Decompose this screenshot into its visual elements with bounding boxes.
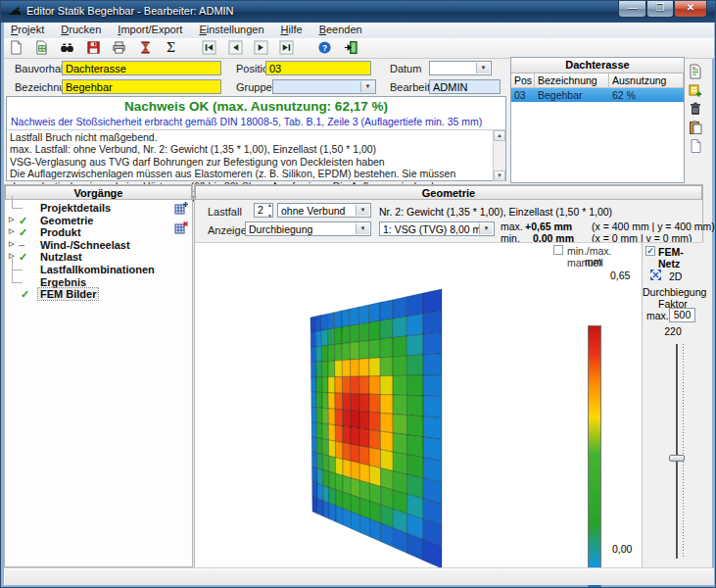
tree-item-geometrie[interactable]: ▷ ✓ Geometrie <box>5 215 192 227</box>
nav-next-button[interactable] <box>252 39 271 57</box>
gruppe-label: Gruppe <box>236 81 272 93</box>
help-icon: ? <box>317 40 332 55</box>
chevron-down-icon[interactable]: ▼ <box>360 81 374 92</box>
menu-item-import-export[interactable]: Import/Export <box>111 23 189 35</box>
datum-dropdown[interactable]: ▼ <box>429 61 492 75</box>
verbund-dropdown[interactable]: ohne Verbund▼ <box>277 203 371 218</box>
tree-item-fem-bilder[interactable]: ✓ FEM Bilder <box>5 288 192 301</box>
title-bar[interactable]: Editor Statik Begehbar - Bearbeiter: ADM… <box>1 1 716 23</box>
fem-deflection-plot <box>195 243 642 567</box>
position-field[interactable]: 03 <box>265 61 371 75</box>
expand-arrow-icon[interactable]: ▷ <box>9 240 14 248</box>
result-scrollbar[interactable]: ▲ ▼ <box>493 130 505 181</box>
expand-2d-icon[interactable] <box>649 269 662 281</box>
scale-unit-label: mm <box>585 256 602 268</box>
result-box: Nachweis OK (max. Ausnutzung: 62,17 %) N… <box>6 96 506 181</box>
bauvorhaben-field[interactable]: Dachterasse <box>62 61 221 75</box>
nav-previous-button[interactable] <box>225 39 245 57</box>
factor-max-input[interactable]: 500 <box>669 308 695 322</box>
add-row-icon[interactable] <box>174 201 189 216</box>
chevron-down-icon[interactable]: ▼ <box>356 205 369 216</box>
chevron-down-icon[interactable]: ▼ <box>479 223 493 234</box>
nav-previous-icon <box>228 40 243 55</box>
report-button[interactable] <box>31 39 51 57</box>
search-button[interactable] <box>58 39 77 57</box>
expand-arrow-icon[interactable]: ▷ <box>9 216 14 223</box>
new-document-icon <box>9 40 24 55</box>
nav-first-icon <box>202 40 216 55</box>
tree-item-produkt[interactable]: ▷ ✓ Produkt <box>5 226 192 239</box>
tree-item-wind-schneelast[interactable]: ▷ – Wind-/Schneelast <box>5 239 192 252</box>
menu-item-hilfe[interactable]: Hilfe <box>274 23 310 35</box>
check-icon: ✓ <box>21 288 29 301</box>
fem-netz-checkbox[interactable]: ✓ <box>645 246 655 256</box>
tree-item-lastfallkombinationen[interactable]: Lastfallkombinationen <box>5 264 192 276</box>
anzeige-label: Anzeige <box>208 224 247 236</box>
scale-min-label: 0,00 <box>612 543 632 555</box>
exit-button[interactable] <box>341 39 360 57</box>
chevron-down-icon[interactable]: ▼ <box>356 223 369 234</box>
maximize-button[interactable]: ❐ <box>646 1 674 18</box>
column-header-bezeichnung[interactable]: Bezeichnung <box>535 74 609 87</box>
result-line: Lastfall Bruch nicht maßgebend. <box>10 131 491 143</box>
help-button[interactable]: ? <box>315 39 335 57</box>
lastfall-spinner[interactable]: 2 ▲ ▼ <box>254 203 273 218</box>
result-line: max. Lastfall: ohne Verbund, Nr. 2: Gewi… <box>10 143 491 155</box>
add-position-icon[interactable] <box>688 82 703 98</box>
minmax-manuell-checkbox[interactable] <box>553 245 563 255</box>
nav-next-icon <box>254 40 268 55</box>
factor-slider-handle[interactable] <box>669 455 685 462</box>
report-position-icon[interactable] <box>688 64 703 79</box>
new-document-button[interactable] <box>6 39 25 57</box>
chevron-down-icon[interactable]: ▼ <box>476 63 490 74</box>
scroll-down-icon[interactable]: ▼ <box>494 171 505 181</box>
delete-position-icon[interactable] <box>688 101 703 117</box>
column-header-pos[interactable]: Pos <box>511 74 535 87</box>
minimize-button[interactable]: — <box>618 1 646 18</box>
positions-table-header: Pos Bezeichnung Ausnutzung <box>511 74 684 88</box>
tree-item-ergebnis[interactable]: Ergebnis <box>5 276 192 289</box>
table-row[interactable]: 03 Begehbar 62 % <box>511 88 684 102</box>
menu-item-beenden[interactable]: Beenden <box>312 23 369 35</box>
sum-button[interactable]: Σ <box>162 39 181 57</box>
print-button[interactable] <box>110 39 129 57</box>
gruppe-dropdown[interactable]: ▼ <box>272 79 376 94</box>
tree-connector <box>12 258 23 270</box>
close-button[interactable]: ✕ <box>674 1 707 18</box>
save-button[interactable] <box>83 39 103 57</box>
tree-item-projektdetails[interactable]: Projektdetails <box>5 202 192 215</box>
spinner-up-icon[interactable]: ▲ <box>267 202 272 208</box>
application-window: Editor Statik Begehbar - Bearbeiter: ADM… <box>0 0 716 588</box>
menu-item-projekt[interactable]: Projekt <box>4 23 51 35</box>
fem-netz-label: FEM-Netz <box>658 246 703 270</box>
sigma-icon: Σ <box>164 40 178 55</box>
status-bar <box>4 567 714 585</box>
bezeichnung-field[interactable]: Begehbar <box>62 79 221 94</box>
mode-2d-label[interactable]: 2D <box>669 270 682 282</box>
delete-button[interactable] <box>135 39 155 57</box>
scale-max-label: 0,65 <box>610 270 630 281</box>
paste-icon[interactable] <box>688 120 703 135</box>
svg-text:Σ: Σ <box>167 40 175 55</box>
result-line: VSG-Verglasung aus TVG darf Bohrungen zu… <box>10 156 491 168</box>
result-title: Nachweis OK (max. Ausnutzung: 62,17 %) <box>7 97 505 114</box>
factor-current-value: 220 <box>643 325 703 337</box>
tree-connector <box>12 196 23 209</box>
menu-item-einstellungen[interactable]: Einstellungen <box>192 23 270 35</box>
tree-item-nutzlast[interactable]: ▷ ✓ Nutzlast <box>5 251 192 264</box>
layer-dropdown[interactable]: 1: VSG (TVG) 8,00 mm▼ <box>379 221 495 236</box>
nav-first-button[interactable] <box>200 39 219 57</box>
expand-arrow-icon[interactable]: ▷ <box>9 227 14 235</box>
column-header-ausnutzung[interactable]: Ausnutzung <box>609 74 684 87</box>
spinner-down-icon[interactable]: ▼ <box>267 213 272 219</box>
result-text-area: Lastfall Bruch nicht maßgebend. max. Las… <box>7 129 505 181</box>
factor-slider-ticks <box>683 344 684 559</box>
check-icon: ✓ <box>19 226 27 239</box>
delete-row-icon[interactable] <box>174 220 189 235</box>
anzeige-dropdown[interactable]: Durchbiegung▼ <box>245 221 371 236</box>
nav-last-button[interactable] <box>277 39 297 57</box>
factor-slider-track[interactable] <box>676 344 678 559</box>
copy-document-icon[interactable] <box>688 138 703 154</box>
scroll-up-icon[interactable]: ▲ <box>494 130 505 141</box>
menu-item-drucken[interactable]: Drucken <box>54 23 108 35</box>
